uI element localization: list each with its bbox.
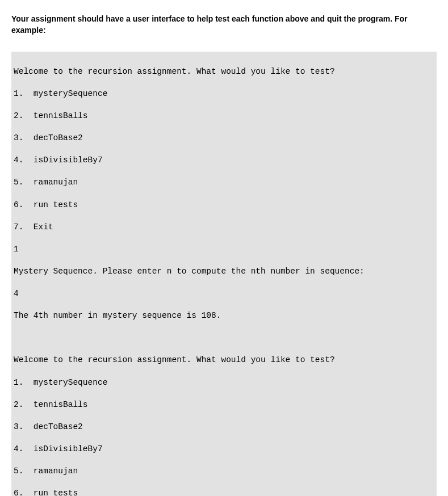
user-input: 1 xyxy=(14,244,434,255)
menu-item: 1. mysterySequence xyxy=(14,89,434,100)
console-output: Welcome to the recursion assignment. Wha… xyxy=(11,52,437,496)
menu-item: 5. ramanujan xyxy=(14,466,434,477)
menu-item: 3. decToBase2 xyxy=(14,422,434,433)
menu-item: 5. ramanujan xyxy=(14,177,434,188)
result-line: The 4th number in mystery sequence is 10… xyxy=(14,310,434,322)
menu-item: 1. mysterySequence xyxy=(14,377,434,389)
assignment-instruction: Your assignment should have a user inter… xyxy=(11,14,437,36)
menu-item: 7. Exit xyxy=(14,222,434,233)
menu-prompt: Welcome to the recursion assignment. Wha… xyxy=(14,355,434,366)
function-prompt: Mystery Sequence. Please enter n to comp… xyxy=(14,266,434,278)
menu-item: 3. decToBase2 xyxy=(14,133,434,144)
menu-item: 6. run tests xyxy=(14,488,434,496)
user-input: 4 xyxy=(14,288,434,300)
menu-item: 4. isDivisibleBy7 xyxy=(14,155,434,166)
menu-item: 2. tennisBalls xyxy=(14,111,434,122)
menu-item: 2. tennisBalls xyxy=(14,400,434,411)
menu-prompt: Welcome to the recursion assignment. Wha… xyxy=(14,66,434,78)
menu-item: 4. isDivisibleBy7 xyxy=(14,444,434,455)
blank-line xyxy=(14,333,434,344)
menu-item: 6. run tests xyxy=(14,200,434,211)
